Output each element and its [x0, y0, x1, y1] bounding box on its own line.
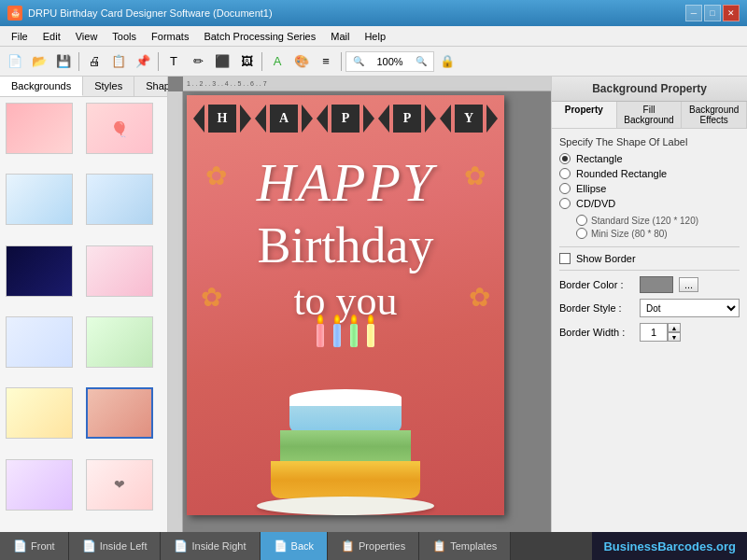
close-button[interactable]: ✕ — [723, 5, 740, 21]
paste-button[interactable]: 📌 — [132, 50, 154, 73]
thumb-12[interactable]: ❤ — [86, 459, 153, 511]
canvas-wrapper[interactable]: H A P P Y ✿ ✿ ✿ — [187, 95, 504, 515]
tab-inside-right-icon: 📄 — [174, 539, 188, 553]
standard-size-label: Standard Size (120 * 120) — [591, 216, 698, 226]
radio-ellipse-btn[interactable] — [559, 183, 571, 194]
draw-tool[interactable]: ✏ — [187, 50, 209, 73]
minimize-button[interactable]: ─ — [685, 5, 702, 21]
brand-text: BusinessBarcodes.org — [603, 539, 736, 553]
save-button[interactable]: 💾 — [52, 50, 75, 73]
tab-styles[interactable]: Styles — [83, 77, 134, 96]
thumb-9[interactable] — [6, 387, 73, 439]
thumb-2[interactable]: 🎈 — [86, 103, 153, 154]
thumb-11[interactable] — [6, 459, 73, 511]
menu-help[interactable]: Help — [357, 29, 393, 44]
candle-4 — [367, 315, 374, 347]
ruler-top: 1 . . 2 . . 3 . . 4 . . 5 . . 6 . . 7 — [183, 77, 551, 91]
tab-back-icon: 📄 — [274, 539, 288, 553]
candle-1 — [317, 315, 324, 347]
tab-front[interactable]: 📄 Front — [0, 532, 69, 560]
copy-button[interactable]: 📋 — [107, 50, 130, 73]
thumb-8[interactable] — [86, 316, 153, 368]
background-button[interactable]: 🎨 — [290, 50, 313, 73]
border-style-select[interactable]: Dot Solid Dash Dash Dot — [640, 299, 740, 317]
canvas-card[interactable]: H A P P Y ✿ ✿ ✿ — [187, 95, 504, 515]
radio-mini-size[interactable] — [576, 228, 587, 239]
candle-3 — [350, 315, 358, 347]
radio-cddvd[interactable]: CD/DVD — [559, 198, 740, 209]
thumb-5[interactable] — [6, 245, 73, 297]
banner-triangle-left-5 — [440, 105, 451, 133]
print-button[interactable]: 🖨 — [83, 50, 106, 73]
border-color-swatch[interactable] — [640, 276, 673, 293]
align-button[interactable]: ≡ — [315, 50, 337, 73]
main-area: Backgrounds Styles Shapes 🎈 ❤ 1 . . 2 — [0, 77, 747, 532]
spinbox-up-button[interactable]: ▲ — [668, 323, 681, 332]
menu-file[interactable]: File — [4, 29, 35, 44]
zoom-input[interactable] — [369, 56, 411, 67]
tab-templates[interactable]: 📋 Templates — [419, 532, 511, 560]
font-color-button[interactable]: A — [266, 50, 289, 73]
radio-cddvd-btn[interactable] — [559, 198, 571, 209]
thumb-4[interactable] — [86, 174, 153, 225]
border-color-picker-button[interactable]: ... — [679, 277, 698, 292]
menu-mail[interactable]: Mail — [323, 29, 357, 44]
radio-rectangle[interactable]: Rectangle — [559, 153, 740, 164]
menu-edit[interactable]: Edit — [35, 29, 68, 44]
tab-back[interactable]: 📄 Back — [261, 532, 328, 560]
new-button[interactable]: 📄 — [4, 50, 26, 73]
text-tool[interactable]: T — [162, 50, 185, 73]
thumb-10[interactable] — [86, 387, 153, 439]
radio-rounded[interactable]: Rounded Rectangle — [559, 168, 740, 179]
image-tool[interactable]: 🖼 — [235, 50, 258, 73]
menu-formats[interactable]: Formats — [144, 29, 196, 44]
tab-inside-left[interactable]: 📄 Inside Left — [69, 532, 162, 560]
tab-background-effects[interactable]: Background Effects — [682, 102, 747, 128]
menu-tools[interactable]: Tools — [105, 29, 144, 44]
property-section: Specify The Shape Of Label Rectangle Rou… — [552, 129, 747, 355]
thumb-7[interactable] — [6, 316, 73, 368]
bottom-bar: 📄 Front 📄 Inside Left 📄 Inside Right 📄 B… — [0, 532, 747, 560]
cake-layer-3 — [289, 404, 402, 432]
zoom-out-button[interactable]: 🔍 — [413, 53, 430, 70]
radio-standard-size[interactable] — [576, 215, 587, 226]
radio-ellipse[interactable]: Ellipse — [559, 183, 740, 194]
cake-candles — [317, 315, 374, 347]
tab-inside-right[interactable]: 📄 Inside Right — [161, 532, 260, 560]
property-tabs: Property Fill Background Background Effe… — [552, 102, 747, 129]
thumb-3[interactable] — [6, 174, 73, 225]
lock-button[interactable]: 🔒 — [436, 50, 458, 73]
menu-view[interactable]: View — [68, 29, 106, 44]
banner-triangle-right-2 — [302, 105, 313, 133]
shape-tool[interactable]: ⬛ — [211, 50, 233, 73]
spinbox-down-button[interactable]: ▼ — [668, 332, 681, 342]
zoom-in-button[interactable]: 🔍 — [350, 53, 367, 70]
banner-flag-y: Y — [455, 105, 483, 133]
menu-batch-processing[interactable]: Batch Processing Series — [196, 29, 323, 44]
tab-backgrounds[interactable]: Backgrounds — [0, 77, 83, 96]
candle-2 — [333, 315, 341, 347]
radio-rounded-btn[interactable] — [559, 168, 571, 179]
zoom-control: 🔍 🔍 — [345, 51, 434, 72]
ruler-left — [168, 91, 183, 532]
banner-triangle-left — [193, 105, 204, 133]
tab-inside-left-icon: 📄 — [82, 539, 96, 553]
border-width-input[interactable] — [640, 323, 668, 342]
mini-size-label: Mini Size (80 * 80) — [591, 229, 668, 239]
thumb-1[interactable] — [6, 103, 73, 154]
center-area[interactable]: 1 . . 2 . . 3 . . 4 . . 5 . . 6 . . 7 H … — [168, 77, 551, 532]
border-style-row: Border Style : Dot Solid Dash Dash Dot — [559, 299, 740, 317]
maximize-button[interactable]: □ — [704, 5, 721, 21]
candle-flame-3 — [351, 315, 357, 324]
show-border-checkbox[interactable] — [559, 253, 571, 264]
open-button[interactable]: 📂 — [28, 50, 50, 73]
radio-rectangle-label: Rectangle — [576, 153, 623, 164]
card-happy-text: HAPPY — [257, 151, 434, 214]
menu-bar: File Edit View Tools Formats Batch Proce… — [0, 26, 747, 47]
tab-property[interactable]: Property — [552, 102, 617, 128]
tab-templates-label: Templates — [450, 540, 497, 552]
tab-properties[interactable]: 📋 Properties — [328, 532, 419, 560]
tab-fill-background[interactable]: Fill Background — [617, 102, 683, 128]
thumb-6[interactable] — [86, 245, 153, 297]
radio-rectangle-btn[interactable] — [559, 153, 571, 164]
